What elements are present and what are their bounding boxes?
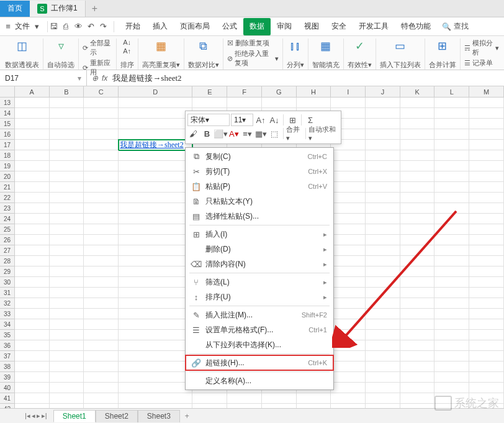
cell[interactable] <box>400 182 435 193</box>
cell[interactable] <box>434 140 469 150</box>
cell[interactable] <box>366 351 400 362</box>
ctx-复制(C)[interactable]: ⧉复制(C)Ctrl+C <box>186 149 333 164</box>
cell[interactable] <box>366 171 400 182</box>
cell[interactable] <box>331 203 366 214</box>
cell[interactable] <box>400 98 435 108</box>
ctx-筛选(L)[interactable]: ⑂筛选(L) <box>186 275 333 289</box>
cell[interactable] <box>15 161 50 171</box>
sort-asc[interactable]: A↓ <box>123 39 131 46</box>
cell[interactable] <box>50 119 84 129</box>
cell[interactable] <box>434 319 469 330</box>
row-header[interactable]: 39 <box>0 372 15 383</box>
cell[interactable] <box>119 150 192 161</box>
cell[interactable] <box>331 224 366 235</box>
cell[interactable] <box>366 298 400 309</box>
cell[interactable] <box>469 393 504 404</box>
row-header[interactable]: 38 <box>0 362 15 372</box>
cell[interactable] <box>84 309 119 319</box>
row-header[interactable]: 31 <box>0 288 15 298</box>
cell[interactable] <box>84 140 119 150</box>
cell[interactable] <box>434 214 469 224</box>
cell[interactable] <box>84 266 119 277</box>
cell[interactable] <box>50 340 84 351</box>
cell[interactable] <box>50 309 84 319</box>
cell[interactable] <box>434 393 469 404</box>
save-icon[interactable]: 🖫 <box>48 21 59 32</box>
print-icon[interactable]: ⎙ <box>60 21 71 32</box>
menu-安全[interactable]: 安全 <box>325 18 353 35</box>
cell[interactable] <box>119 224 192 235</box>
cell[interactable] <box>469 182 504 193</box>
cell[interactable] <box>119 288 192 298</box>
cell[interactable] <box>434 277 469 288</box>
cell[interactable]: 我是超链接→sheet2 <box>119 140 192 150</box>
col-header-A[interactable]: A <box>15 86 50 97</box>
cell[interactable] <box>297 393 331 404</box>
ctx-从下拉列表中选择(K)...[interactable]: 从下拉列表中选择(K)... <box>186 337 333 352</box>
cell[interactable] <box>434 362 469 372</box>
cell[interactable] <box>84 129 119 140</box>
cell[interactable] <box>84 235 119 245</box>
cell[interactable] <box>192 393 227 404</box>
row-header[interactable]: 35 <box>0 330 15 340</box>
menu-公式[interactable]: 公式 <box>216 18 243 35</box>
file-menu[interactable]: ≡ 文件 ▾ <box>2 21 42 32</box>
rb-validation[interactable]: ✓有效性▾ <box>344 39 376 70</box>
cell[interactable] <box>366 203 400 214</box>
cell[interactable] <box>50 235 84 245</box>
cell[interactable] <box>366 319 400 330</box>
menu-search[interactable]: 🔍 查找 <box>442 21 469 32</box>
col-header-M[interactable]: M <box>469 86 504 97</box>
col-header-K[interactable]: K <box>400 86 435 97</box>
reject-dup[interactable]: ⊘ 拒绝录入重复项▾ <box>227 49 279 68</box>
cell[interactable] <box>50 362 84 372</box>
cell[interactable] <box>469 108 504 119</box>
grow-font-icon[interactable]: A↑ <box>254 114 267 126</box>
cell[interactable] <box>15 383 50 393</box>
cell[interactable] <box>50 108 84 119</box>
cell[interactable] <box>84 108 119 119</box>
cell[interactable] <box>366 98 400 108</box>
cell[interactable] <box>434 372 469 383</box>
col-header-H[interactable]: H <box>297 86 331 97</box>
menu-特色功能[interactable]: 特色功能 <box>395 18 437 35</box>
col-header-D[interactable]: D <box>119 86 192 97</box>
tab-add[interactable]: + <box>86 3 104 14</box>
ctx-剪切(T)[interactable]: ✂剪切(T)Ctrl+X <box>186 164 333 179</box>
cell[interactable] <box>469 235 504 245</box>
cell[interactable] <box>400 129 435 140</box>
tab-home[interactable]: 首页 <box>0 1 30 17</box>
cell[interactable] <box>331 235 366 245</box>
cell[interactable] <box>119 340 192 351</box>
cell[interactable] <box>119 119 192 129</box>
row-header[interactable]: 19 <box>0 161 15 171</box>
col-header-G[interactable]: G <box>262 86 297 97</box>
cell[interactable] <box>119 129 192 140</box>
cell[interactable] <box>400 161 435 171</box>
cell[interactable] <box>366 150 400 161</box>
row-header[interactable]: 26 <box>0 235 15 245</box>
cell[interactable] <box>434 98 469 108</box>
cell[interactable] <box>469 119 504 129</box>
rb-pivot[interactable]: ◫数据透视表 <box>1 39 43 70</box>
cell[interactable] <box>331 150 366 161</box>
sheet-tab-Sheet3[interactable]: Sheet3 <box>138 410 180 422</box>
cell[interactable] <box>400 277 435 288</box>
cell[interactable] <box>434 150 469 161</box>
row-header[interactable]: 18 <box>0 150 15 161</box>
cell[interactable] <box>84 288 119 298</box>
cell[interactable] <box>366 129 400 140</box>
rb-dropdown[interactable]: ▭插入下拉列表 <box>376 39 425 70</box>
ctx-设置单元格格式(F)...[interactable]: ☰设置单元格格式(F)...Ctrl+1 <box>186 322 333 337</box>
cell[interactable] <box>434 129 469 140</box>
cell[interactable] <box>434 245 469 256</box>
col-header-L[interactable]: L <box>434 86 469 97</box>
cell[interactable] <box>15 340 50 351</box>
cell[interactable] <box>15 108 50 119</box>
cell[interactable] <box>469 266 504 277</box>
cell[interactable] <box>469 98 504 108</box>
rb-sort[interactable]: A↓A↑ 排序 <box>117 39 138 70</box>
font-family-select[interactable]: 宋体 ▾ <box>187 114 230 126</box>
cell[interactable] <box>50 288 84 298</box>
ctx-只粘贴文本(Y)[interactable]: 🗎只粘贴文本(Y) <box>186 194 333 209</box>
